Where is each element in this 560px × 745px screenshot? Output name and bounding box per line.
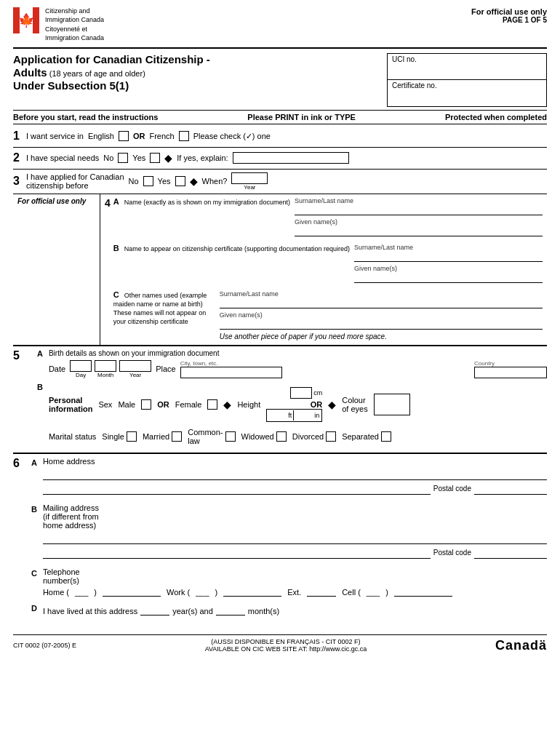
section1-french-checkbox[interactable] [179, 131, 189, 141]
section6-d-letter: D [31, 604, 43, 613]
section2-no-checkbox[interactable] [118, 153, 128, 163]
cell-phone-input[interactable] [394, 588, 452, 597]
male-label: Male [118, 400, 135, 409]
section4-a-letter: A [113, 197, 119, 206]
separated-option: Separated [342, 431, 391, 442]
section6-b-letter: B [31, 505, 43, 514]
section6-a-postal-row: Postal code [43, 483, 547, 495]
section2-content: I have special needs No Yes ◆ If yes, ex… [26, 152, 547, 164]
section2-yes: Yes [132, 154, 145, 162]
section4-b-letter: B [113, 244, 119, 252]
widowed-label: Widowed [241, 432, 274, 441]
page: 🍁 Citizenship and Immigration Canada Cit… [0, 0, 560, 745]
height-in-input[interactable] [295, 410, 313, 421]
section6-b-postal-row: Postal code [43, 547, 547, 559]
lived-row: I have lived at this address year(s) and… [43, 607, 547, 615]
colour-box[interactable] [374, 394, 410, 415]
section1-english-checkbox[interactable] [119, 131, 129, 141]
height-ft-input[interactable] [269, 410, 287, 421]
home-area: ___ [75, 588, 88, 597]
year-input[interactable] [119, 360, 151, 372]
svg-text:🍁: 🍁 [18, 12, 35, 28]
cell-close: ) [385, 588, 388, 597]
section4-a-given-label: Given name(s) [295, 218, 543, 226]
ext-input[interactable] [307, 588, 336, 597]
home-phone-input[interactable] [103, 588, 161, 597]
lived-months-input[interactable] [216, 607, 245, 615]
section4-a-surname-input[interactable] [295, 205, 543, 215]
section4-b-given-input[interactable] [354, 273, 543, 283]
home-label: Home ( [43, 588, 69, 597]
divorced-checkbox[interactable] [326, 431, 336, 442]
app-title-line3: Under Subsection 5(1) [13, 79, 380, 92]
cell-label: Cell ( [342, 588, 361, 597]
section3-no-checkbox[interactable] [143, 176, 153, 186]
section2-if-yes: If yes, explain: [177, 154, 228, 162]
section6-a-address1-input[interactable] [43, 469, 547, 480]
section4-c-given-input[interactable] [220, 319, 543, 330]
widowed-checkbox[interactable] [276, 431, 287, 442]
section4-c-surname-label: Surname/Last name [220, 290, 543, 298]
section4-a-given-input[interactable] [295, 226, 543, 236]
height-cm-input[interactable] [290, 387, 312, 399]
female-checkbox[interactable] [207, 399, 217, 410]
city-input[interactable] [180, 367, 282, 378]
common-law-checkbox[interactable] [225, 431, 236, 442]
marital-label: Marital status [49, 432, 96, 441]
country-label: Country [474, 360, 547, 367]
month-cell: Month [95, 360, 116, 378]
section3-year-label: Year [244, 184, 255, 191]
birth-row: Date Day Month [49, 360, 547, 378]
section1-label: I want service in [26, 132, 84, 140]
married-option: Married [143, 431, 182, 442]
city-label: City, town, etc. [180, 360, 470, 367]
section3-content: I have applied for Canadian citizenship … [26, 172, 547, 191]
footer-left: CIT 0002 (07-2005) E [13, 642, 76, 649]
page-number: PAGE 1 OF 5 [471, 16, 547, 24]
app-title-line2: Adults (18 years of age and older) [13, 66, 380, 79]
height-group: cm OR ft in [266, 387, 322, 422]
section5-content: A Birth details as shown on your immigra… [23, 349, 547, 450]
widowed-option: Widowed [241, 431, 287, 442]
work-phone-input[interactable] [223, 588, 281, 597]
personal-label: Personal information [49, 396, 93, 413]
cert-field: Certificate no. [388, 80, 546, 106]
lived-years-input[interactable] [140, 607, 169, 615]
day-input[interactable] [70, 360, 92, 372]
section4-official-label: For official use only [13, 194, 100, 345]
country-input[interactable] [474, 367, 547, 378]
title-block: Application for Canadian Citizenship - A… [13, 53, 547, 107]
single-label: Single [102, 432, 124, 441]
section4-c-letter: C [113, 290, 119, 299]
married-checkbox[interactable] [172, 431, 182, 442]
common-law-label: Common- law [188, 428, 223, 445]
section3-year-box: Year [231, 172, 268, 191]
section2-explain-input[interactable] [233, 152, 349, 164]
section6-b-postal-input[interactable] [474, 547, 547, 559]
male-checkbox[interactable] [141, 399, 151, 410]
header-right: For official use only PAGE 1 OF 5 [471, 7, 547, 24]
footer-center: (AUSSI DISPONIBLE EN FRANÇAIS - CIT 0002… [205, 638, 367, 653]
section6-a-postal-input[interactable] [474, 483, 547, 495]
section5-b: B Personal information Sex Male OR Femal… [23, 383, 547, 445]
section6-num: 6 [13, 457, 20, 470]
section2-yes-checkbox[interactable] [150, 153, 160, 163]
section4-c-surname-input[interactable] [220, 298, 543, 308]
section3-yes-checkbox[interactable] [175, 176, 185, 186]
section6-b-address1-input[interactable] [43, 533, 547, 544]
section6-c-content: Telephone number(s) Home ( ___ ) Work ( … [43, 567, 547, 597]
section4-b-surname-input[interactable] [354, 252, 543, 262]
section6-c-label: Telephone number(s) [43, 567, 547, 585]
section5-a-label: Birth details as shown on your immigrati… [49, 349, 547, 357]
agency-fr: Citoyenneté et Immigration Canada [45, 25, 104, 41]
phone-row: Home ( ___ ) Work ( ___ ) Ext. Cell ( __… [43, 588, 547, 597]
month-input[interactable] [95, 360, 116, 372]
section6-a-label: Home address [43, 457, 547, 466]
section5-b-content: Personal information Sex Male OR Female … [49, 383, 547, 445]
separated-checkbox[interactable] [381, 431, 391, 442]
section4-b-given-label: Given name(s) [354, 265, 543, 272]
personal-row: Personal information Sex Male OR Female … [49, 387, 547, 422]
agency-text: Citizenship and Immigration Canada Citoy… [45, 7, 104, 43]
section3-year-input[interactable] [231, 172, 268, 184]
single-checkbox[interactable] [127, 431, 137, 442]
